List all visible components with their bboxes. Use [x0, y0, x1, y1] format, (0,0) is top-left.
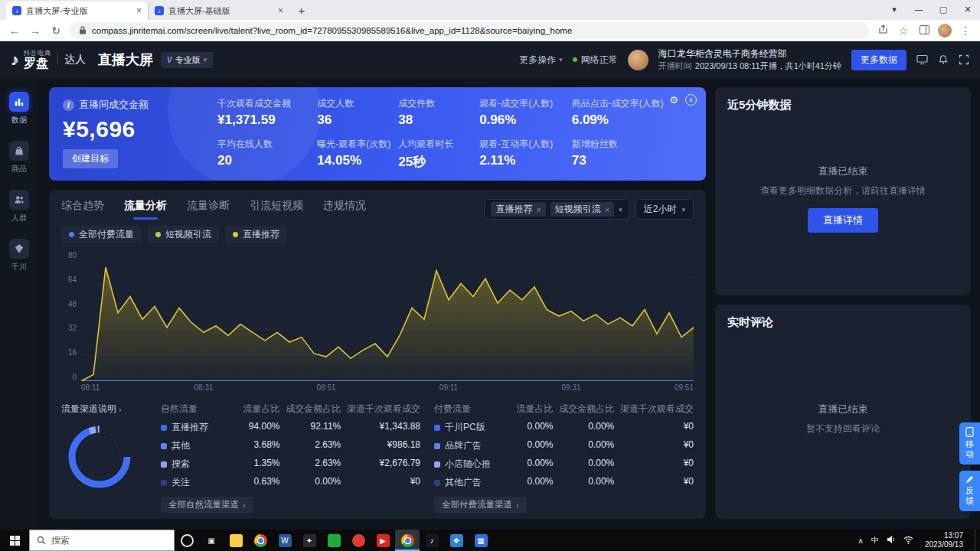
screen-cast-icon[interactable] — [916, 54, 928, 65]
panel-empty-state: 直播已结束 暂不支持回看评论 — [727, 330, 959, 508]
remove-chip-icon[interactable]: × — [536, 205, 541, 214]
more-actions-menu[interactable]: 更多操作 ▾ — [519, 54, 563, 67]
all-paid-channels-button[interactable]: 全部付费流量渠道 › — [434, 497, 527, 513]
sidebar-item-data[interactable]: 数据 — [9, 92, 29, 126]
taskbar-clock[interactable]: 13:07 2023/09/13 — [921, 531, 967, 549]
version-badge[interactable]: V 专业版 ▾ — [161, 52, 213, 68]
forward-button[interactable]: → — [28, 24, 42, 37]
feedback-button[interactable]: 反馈 — [959, 471, 980, 511]
taskbar-app-wechat[interactable] — [322, 530, 346, 551]
taskbar-app-app-dark[interactable]: ✦ — [297, 530, 322, 551]
tray-expand-icon[interactable]: ∧ — [858, 536, 864, 545]
share-icon[interactable] — [876, 24, 890, 37]
legend-item-live-recommend[interactable]: 直播推荐 — [225, 226, 287, 243]
channel-bullet — [434, 425, 440, 431]
maximize-button[interactable]: ▢ — [931, 5, 956, 15]
network-icon[interactable] — [903, 533, 913, 547]
reload-button[interactable]: ↻ — [49, 24, 63, 37]
channel-explain-link[interactable]: 流量渠道说明 › — [61, 403, 147, 416]
channel-row-label: 其他广告 — [434, 476, 511, 489]
taskbar-app-cortana[interactable] — [175, 530, 199, 551]
taskbar-app-app-black[interactable]: ♪ — [420, 530, 444, 551]
volume-icon[interactable] — [887, 533, 896, 547]
info-icon[interactable]: i — [63, 99, 74, 111]
chevron-right-icon: › — [243, 500, 246, 510]
legend-item-short-video[interactable]: 短视频引流 — [148, 226, 219, 243]
collapse-icon[interactable]: ∧ — [685, 94, 697, 106]
bell-icon[interactable] — [938, 54, 949, 65]
browser-tab-active[interactable]: ♪ 直播大屏-专业版 × — [6, 2, 148, 20]
traffic-chart-svg — [81, 251, 694, 381]
start-button[interactable] — [0, 530, 29, 551]
taskbar-app-remote-desktop[interactable]: ▦ — [469, 530, 493, 551]
show-desktop-button[interactable] — [975, 530, 978, 551]
chart-plot-area[interactable]: 08:11 08:31 08:51 09:11 09:31 09:51 — [81, 251, 694, 395]
chart-filters: 直播推荐 × 短视频引流 × ▾ — [484, 199, 694, 220]
x-axis-labels: 08:11 08:31 08:51 09:11 09:31 09:51 — [81, 383, 694, 395]
taskbar-app-word[interactable]: W — [273, 530, 297, 551]
column-header: 渠道千次观看成交 — [341, 403, 420, 416]
brand-main-label: 罗盘 — [24, 57, 51, 70]
tab-overall-trend[interactable]: 综合趋势 — [61, 199, 104, 220]
channel-bullet — [161, 480, 167, 486]
sidebar-item-qianchuan[interactable]: 千川 — [9, 239, 29, 272]
taskbar-app-chrome-active[interactable] — [395, 530, 420, 551]
url-bar[interactable]: compass.jinritemai.com/screen/live/talen… — [70, 22, 869, 39]
back-button[interactable]: ← — [8, 24, 21, 37]
version-v-icon: V — [167, 56, 172, 64]
create-goal-button[interactable]: 创建目标 — [63, 149, 118, 168]
per-thousand-gmv: ¥0 — [614, 439, 694, 452]
channel-filter-select[interactable]: 直播推荐 × 短视频引流 × ▾ — [484, 199, 629, 220]
filter-chip[interactable]: 短视频引流 × — [550, 202, 614, 217]
minimize-button[interactable]: — — [906, 5, 931, 14]
browser-tab-2[interactable]: ♪ 直播大屏-基础版 × — [148, 2, 289, 20]
taskbar-app-task-view[interactable]: ▣ — [199, 530, 224, 551]
tab-close-icon[interactable]: × — [278, 5, 283, 16]
filter-chip[interactable]: 直播推荐 × — [491, 202, 545, 217]
more-data-button[interactable]: 更多数据 — [851, 50, 906, 70]
x-tick: 09:31 — [561, 383, 580, 392]
gmv-share: 0.00% — [554, 439, 615, 452]
broadcast-time: 开播时间2023/09/13 08:11开播，共1小时41分钟 — [658, 60, 841, 72]
metric-label: 千次观看成交金额 — [217, 97, 311, 110]
tab-violations[interactable]: 违规情况 — [323, 199, 366, 220]
browser-profile-avatar[interactable] — [938, 24, 952, 37]
sidebar-item-products[interactable]: 商品 — [9, 141, 29, 174]
windows-taskbar: 搜索 ▣W✦▶♪❖▦ ∧ 中 13:07 2023/09/13 — [0, 530, 980, 551]
tab-search-icon[interactable]: ▾ — [882, 5, 906, 15]
taskbar-app-app-red[interactable] — [346, 530, 371, 551]
fullscreen-icon[interactable] — [959, 54, 969, 65]
side-panel-icon[interactable] — [917, 24, 931, 37]
taskbar-app-youtube[interactable]: ▶ — [371, 530, 395, 551]
legend-item-paid[interactable]: 全部付费流量 — [61, 226, 142, 243]
browser-menu-icon[interactable]: ⋮ — [959, 24, 972, 37]
close-button[interactable]: ✕ — [956, 5, 980, 15]
tab-traffic-analysis[interactable]: 流量分析 — [124, 199, 167, 220]
live-detail-button[interactable]: 直播详情 — [808, 208, 878, 233]
mobile-button[interactable]: 移动 — [959, 422, 980, 465]
time-range-select[interactable]: 近2小时 ▾ — [635, 199, 694, 220]
panel-empty-state: 直播已结束 查看更多明细数据分析，请前往直播详情 直播详情 — [727, 112, 959, 285]
taskbar-app-chrome[interactable] — [248, 530, 273, 551]
traffic-share: 3.68% — [237, 439, 280, 452]
gear-icon[interactable]: ⚙ — [669, 94, 678, 106]
taskbar-app-file-explorer[interactable] — [224, 530, 248, 551]
taskbar-search[interactable]: 搜索 — [29, 530, 175, 551]
shop-avatar[interactable] — [628, 50, 648, 70]
remove-chip-icon[interactable]: × — [605, 205, 609, 214]
all-natural-channels-button[interactable]: 全部自然流量渠道 › — [161, 497, 253, 513]
tabs-row: 综合趋势 流量分析 流量诊断 引流短视频 违规情况 直播推荐 — [61, 199, 694, 220]
ime-indicator[interactable]: 中 — [871, 535, 879, 546]
channel-donut-block: 流量渠道说明 › — [61, 403, 147, 510]
new-tab-button[interactable]: + — [292, 2, 311, 18]
gmv-share: 0.00% — [280, 476, 341, 489]
y-tick: 48 — [61, 300, 77, 308]
tab-traffic-diagnosis[interactable]: 流量诊断 — [187, 199, 230, 220]
tab-short-video[interactable]: 引流短视频 — [250, 199, 303, 220]
tab-close-icon[interactable]: × — [136, 5, 142, 16]
metric-value: 2.11% — [479, 153, 566, 168]
taskbar-app-photos[interactable]: ❖ — [444, 530, 469, 551]
column-header: 渠道千次观看成交 — [614, 403, 694, 416]
sidebar-item-audience[interactable]: 人群 — [9, 190, 29, 223]
bookmark-star-icon[interactable]: ☆ — [897, 24, 910, 37]
